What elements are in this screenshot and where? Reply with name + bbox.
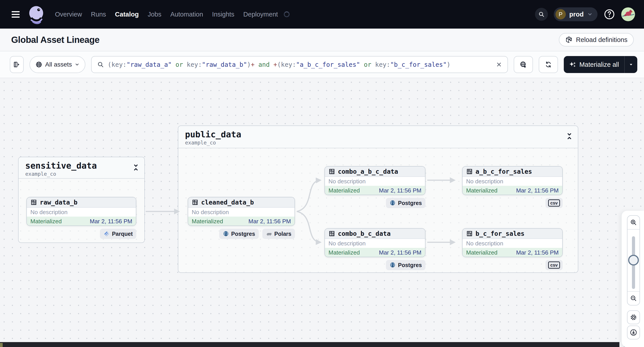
lineage-canvas[interactable]: sensitive_data example_co public_data ex…	[0, 78, 644, 347]
search-button[interactable]	[535, 8, 548, 21]
materialize-options-button[interactable]	[624, 56, 637, 73]
table-icon	[328, 230, 335, 237]
search-icon	[97, 61, 104, 68]
reload-cube-icon	[565, 36, 573, 43]
badge-label: Polars	[274, 231, 292, 237]
nav-item-catalog[interactable]: Catalog	[115, 11, 139, 18]
kind-badge-postgres[interactable]: Postgres	[386, 198, 426, 208]
asset-scope-dropdown[interactable]: All assets	[30, 56, 85, 73]
kind-badge-parquet[interactable]: Parquet	[100, 229, 136, 239]
asset-description: No description	[462, 239, 562, 248]
zoom-slider-handle[interactable]	[628, 255, 639, 266]
page-title: Global Asset Lineage	[11, 35, 100, 45]
asset-node-header: a_b_c_for_sales	[462, 167, 562, 177]
new-tab-lineage-button[interactable]	[514, 56, 533, 73]
asset-node-header: combo_b_c_data	[325, 229, 425, 239]
materialization-timestamp[interactable]: Mar 2, 11:56 PM	[516, 187, 559, 194]
nav-item-insights[interactable]: Insights	[212, 11, 234, 18]
query-text: (key:"raw_data_a" or key:"raw_data_b")+ …	[108, 61, 450, 68]
status-badge: Materialized	[328, 187, 360, 194]
materialize-all-button[interactable]: Materialize all	[564, 56, 637, 73]
asset-name: a_b_c_for_sales	[476, 168, 532, 175]
bottom-desktop-strip	[0, 342, 620, 347]
hamburger-menu-icon[interactable]	[12, 9, 20, 19]
materialization-timestamp[interactable]: Mar 2, 11:56 PM	[379, 187, 422, 194]
nav-item-jobs[interactable]: Jobs	[148, 11, 161, 18]
globe-plus-icon	[520, 61, 527, 68]
materialization-timestamp[interactable]: Mar 2, 11:56 PM	[248, 218, 291, 225]
materialize-all-label: Materialize all	[580, 61, 619, 68]
open-sidebar-button[interactable]	[10, 56, 24, 73]
asset-name: combo_b_c_data	[338, 230, 390, 237]
kind-badge-postgres[interactable]: Postgres	[219, 229, 259, 239]
table-icon	[30, 199, 37, 206]
dagster-logo-icon[interactable]	[26, 4, 46, 24]
asset-description: No description	[462, 177, 562, 186]
asset-node-raw-data-b[interactable]: raw_data_b No description Materialized M…	[26, 197, 136, 226]
asset-status-row: Materialized Mar 2, 11:56 PM	[188, 217, 294, 226]
asset-status-row: Materialized Mar 2, 11:56 PM	[27, 217, 136, 226]
asset-node-b-c-for-sales[interactable]: b_c_for_sales No description Materialize…	[462, 228, 563, 257]
asset-description: No description	[188, 208, 294, 217]
kind-badge-csv[interactable]: csv	[546, 260, 563, 270]
refresh-icon	[544, 61, 552, 68]
graph-settings-button[interactable]	[627, 310, 640, 324]
asset-node-header: raw_data_b	[27, 197, 136, 208]
asset-name: combo_a_b_c_data	[338, 168, 398, 175]
zoom-control-panel	[627, 215, 640, 306]
search-icon	[538, 11, 545, 18]
materialization-timestamp[interactable]: Mar 2, 11:56 PM	[516, 249, 559, 256]
download-image-button[interactable]	[627, 326, 640, 340]
asset-search-input[interactable]: (key:"raw_data_a" or key:"raw_data_b")+ …	[91, 56, 508, 73]
zoom-out-button[interactable]	[628, 291, 640, 305]
scope-label: All assets	[45, 61, 72, 68]
status-badge: Materialized	[466, 187, 498, 194]
badge-label: Postgres	[398, 200, 422, 206]
nav-item-runs[interactable]: Runs	[91, 11, 106, 18]
status-badge: Materialized	[192, 218, 223, 225]
polars-icon	[266, 231, 272, 237]
materialization-timestamp[interactable]: Mar 2, 11:56 PM	[379, 249, 422, 256]
caret-down-icon	[628, 62, 634, 67]
badge-label: Parquet	[112, 231, 133, 237]
nav-item-automation[interactable]: Automation	[170, 11, 203, 18]
nav-item-overview[interactable]: Overview	[55, 11, 82, 18]
help-button[interactable]	[603, 8, 616, 20]
lineage-toolbar: All assets (key:"raw_data_a" or key:"raw…	[0, 51, 644, 78]
refresh-button[interactable]	[539, 56, 558, 73]
csv-icon: csv	[548, 199, 560, 207]
deployment-avatar: P	[556, 9, 566, 19]
chevron-down-icon	[75, 62, 80, 67]
asset-node-cleaned-data-b[interactable]: cleaned_data_b No description Materializ…	[188, 197, 295, 226]
postgres-icon	[390, 262, 396, 268]
asset-node-combo-b-c-data[interactable]: combo_b_c_data No description Materializ…	[324, 228, 426, 257]
table-icon	[466, 230, 473, 237]
loading-spinner-icon	[284, 11, 290, 17]
user-avatar[interactable]	[621, 7, 635, 21]
badge-label: Postgres	[398, 262, 422, 268]
top-nav: Overview Runs Catalog Jobs Automation In…	[0, 0, 644, 28]
zoom-in-button[interactable]	[628, 216, 640, 230]
gear-icon	[630, 314, 637, 321]
nav-right-cluster: P prod	[535, 0, 635, 28]
kind-badge-postgres[interactable]: Postgres	[386, 260, 426, 270]
clear-search-icon[interactable]	[496, 61, 502, 68]
download-icon	[630, 329, 637, 336]
nav-item-deployment[interactable]: Deployment	[243, 11, 278, 18]
asset-node-combo-a-b-c-data[interactable]: combo_a_b_c_data No description Material…	[324, 166, 426, 195]
reload-definitions-button[interactable]: Reload definitions	[559, 33, 634, 46]
asset-description: No description	[27, 208, 136, 217]
kind-badges-row: Postgres	[324, 260, 426, 270]
zoom-out-icon	[630, 295, 637, 302]
kind-badge-csv[interactable]: csv	[546, 198, 563, 208]
kind-badge-polars[interactable]: Polars	[262, 229, 295, 239]
badge-label: Postgres	[231, 231, 255, 237]
asset-name: b_c_for_sales	[476, 230, 524, 237]
materialization-timestamp[interactable]: Mar 2, 11:56 PM	[90, 218, 132, 225]
materialize-all-main[interactable]: Materialize all	[564, 61, 624, 68]
asset-status-row: Materialized Mar 2, 11:56 PM	[325, 248, 425, 257]
deployment-switcher[interactable]: P prod	[554, 7, 598, 21]
postgres-icon	[223, 231, 229, 237]
asset-node-a-b-c-for-sales[interactable]: a_b_c_for_sales No description Materiali…	[462, 166, 563, 195]
postgres-icon	[390, 200, 396, 206]
